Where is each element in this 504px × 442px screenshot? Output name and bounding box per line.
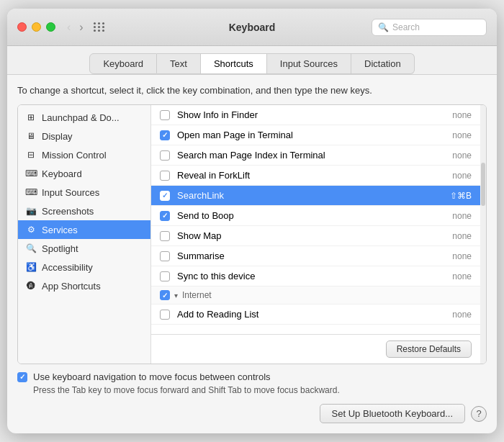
search-input[interactable] — [392, 22, 480, 32]
sidebar-item-label: Services — [42, 225, 78, 235]
close-button[interactable] — [17, 22, 27, 32]
tab-shortcuts[interactable]: Shortcuts — [201, 53, 267, 74]
shortcut-checkbox[interactable] — [160, 171, 170, 181]
sidebar-item-display[interactable]: 🖥 Display — [18, 127, 150, 145]
mission-control-icon: ⊟ — [25, 149, 37, 161]
sidebar-item-launchpad[interactable]: ⊞ Launchpad & Do... — [18, 108, 150, 127]
shortcut-checkbox[interactable] — [160, 150, 170, 161]
shortcut-row[interactable]: Reveal in ForkLift none — [151, 166, 480, 186]
shortcut-name: Reveal in ForkLift — [177, 170, 445, 181]
traffic-lights — [17, 22, 55, 32]
bluetooth-keyboard-button[interactable]: Set Up Bluetooth Keyboard... — [320, 404, 465, 423]
hint-text: Press the Tab key to move focus forward … — [33, 385, 487, 395]
sidebar-item-app-shortcuts[interactable]: 🅐 App Shortcuts — [18, 276, 150, 295]
grid-icon[interactable] — [94, 22, 105, 32]
sidebar-item-keyboard[interactable]: ⌨ Keyboard — [18, 164, 150, 183]
tab-keyboard[interactable]: Keyboard — [89, 53, 157, 74]
back-arrow-icon[interactable]: ‹ — [64, 19, 73, 35]
sidebar-item-screenshots[interactable]: 📷 Screenshots — [18, 202, 150, 220]
sidebar-item-services[interactable]: ⚙ Services — [18, 220, 150, 239]
help-button[interactable]: ? — [471, 406, 487, 422]
shortcut-checkbox[interactable] — [160, 271, 170, 281]
shortcut-name: Summarise — [177, 251, 445, 261]
sidebar-item-label: Launchpad & Do... — [42, 112, 120, 123]
window-title: Keyboard — [229, 22, 276, 33]
shortcut-name: Send to Boop — [177, 210, 445, 221]
sidebar-item-label: Display — [42, 131, 73, 142]
scrollbar-thumb[interactable] — [481, 163, 485, 206]
shortcuts-list: Show Info in Finder none Open man Page i… — [151, 105, 480, 334]
sidebar-item-label: App Shortcuts — [42, 281, 101, 292]
tab-text[interactable]: Text — [157, 53, 201, 74]
shortcut-row[interactable]: Summarise none — [151, 246, 480, 266]
sidebar-item-mission-control[interactable]: ⊟ Mission Control — [18, 145, 150, 164]
shortcut-row[interactable]: Sync to this device none — [151, 266, 480, 287]
tab-input-sources[interactable]: Input Sources — [267, 53, 351, 74]
shortcut-name: Show Map — [177, 230, 445, 241]
keyboard-icon: ⌨ — [25, 168, 37, 179]
titlebar: ‹ › Keyboard 🔍 — [7, 9, 497, 46]
minimize-button[interactable] — [32, 22, 41, 32]
main-panel: ⊞ Launchpad & Do... 🖥 Display ⊟ Mission … — [17, 104, 487, 364]
shortcut-name: Show Info in Finder — [177, 109, 445, 120]
shortcut-checkbox[interactable] — [160, 130, 170, 140]
shortcut-row[interactable]: Show Map none — [151, 226, 480, 246]
right-panel: Show Info in Finder none Open man Page i… — [151, 105, 480, 364]
shortcut-keys: none — [452, 211, 472, 221]
shortcut-row[interactable]: Show Info in Finder none — [151, 105, 480, 125]
shortcut-checkbox[interactable] — [160, 191, 170, 201]
shortcut-name: Sync to this device — [177, 271, 445, 281]
restore-defaults-button[interactable]: Restore Defaults — [386, 340, 472, 358]
shortcut-row[interactable]: Search man Page Index in Terminal none — [151, 145, 480, 166]
shortcut-row[interactable]: Add to Reading List none — [151, 305, 480, 325]
section-header-internet[interactable]: ▾ Internet — [151, 287, 480, 305]
nav-checkbox-row: Use keyboard navigation to move focus be… — [17, 371, 487, 382]
spotlight-icon: 🔍 — [25, 243, 37, 254]
shortcut-name: Open man Page in Terminal — [177, 130, 445, 140]
sidebar: ⊞ Launchpad & Do... 🖥 Display ⊟ Mission … — [18, 105, 151, 364]
section-checkbox[interactable] — [160, 290, 170, 300]
shortcut-keys: none — [452, 171, 472, 181]
input-sources-icon: ⌨ — [25, 186, 37, 198]
fullscreen-button[interactable] — [46, 22, 55, 32]
shortcut-checkbox[interactable] — [160, 211, 170, 221]
shortcut-checkbox[interactable] — [160, 231, 170, 241]
screenshots-icon: 📷 — [25, 205, 37, 217]
shortcut-checkbox[interactable] — [160, 310, 170, 320]
tabs-bar: Keyboard Text Shortcuts Input Sources Di… — [7, 46, 497, 75]
keyboard-window: ‹ › Keyboard 🔍 Keyboard Text Shortcuts I… — [7, 9, 497, 433]
shortcut-keys: none — [452, 310, 472, 320]
display-icon: 🖥 — [25, 130, 37, 142]
sidebar-item-accessibility[interactable]: ♿ Accessibility — [18, 258, 150, 276]
restore-row: Restore Defaults — [151, 334, 480, 364]
shortcut-row[interactable]: Open man Page in Terminal none — [151, 125, 480, 145]
nav-checkbox[interactable] — [17, 372, 27, 382]
tab-dictation[interactable]: Dictation — [351, 53, 415, 74]
launchpad-icon: ⊞ — [25, 112, 37, 123]
sidebar-item-input-sources[interactable]: ⌨ Input Sources — [18, 183, 150, 202]
shortcut-keys: ⇧⌘B — [450, 191, 472, 201]
shortcut-name: Search man Page Index in Terminal — [177, 150, 445, 161]
forward-arrow-icon[interactable]: › — [76, 19, 86, 35]
search-box[interactable]: 🔍 — [372, 19, 487, 36]
shortcut-keys: none — [452, 271, 472, 281]
shortcut-keys: none — [452, 110, 472, 120]
instruction-text: To change a shortcut, select it, click t… — [17, 85, 487, 96]
shortcut-keys: none — [452, 130, 472, 140]
shortcut-checkbox[interactable] — [160, 110, 170, 120]
shortcut-checkbox[interactable] — [160, 251, 170, 261]
sidebar-item-spotlight[interactable]: 🔍 Spotlight — [18, 239, 150, 258]
shortcut-name: SearchLink — [177, 190, 443, 201]
nav-arrows: ‹ › — [64, 19, 86, 35]
sidebar-item-label: Spotlight — [42, 243, 78, 254]
shortcut-row-searchlink[interactable]: SearchLink ⇧⌘B — [151, 186, 480, 206]
sidebar-item-label: Mission Control — [42, 150, 107, 161]
scrollbar-track[interactable] — [480, 105, 486, 364]
section-arrow-icon: ▾ — [174, 292, 178, 299]
sidebar-item-label: Screenshots — [42, 206, 94, 217]
shortcut-keys: none — [452, 251, 472, 261]
services-icon: ⚙ — [25, 224, 37, 235]
accessibility-icon: ♿ — [25, 261, 37, 273]
shortcut-row[interactable]: Send to Boop none — [151, 206, 480, 226]
content-area: To change a shortcut, select it, click t… — [7, 75, 497, 433]
